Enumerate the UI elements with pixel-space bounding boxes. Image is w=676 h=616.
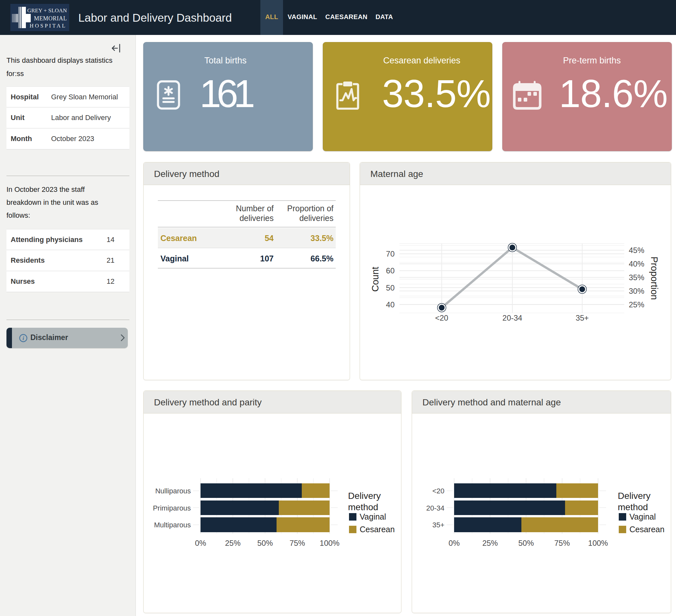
svg-text:0%: 0% <box>449 539 460 547</box>
svg-text:Delivery: Delivery <box>618 491 651 501</box>
svg-text:40%: 40% <box>629 260 644 268</box>
svg-text:100%: 100% <box>588 539 608 547</box>
svg-text:Cesarean: Cesarean <box>629 525 664 534</box>
svg-text:75%: 75% <box>554 539 570 547</box>
svg-text:method: method <box>618 502 648 512</box>
svg-text:HOSPITAL: HOSPITAL <box>30 23 67 29</box>
svg-text:35+: 35+ <box>576 314 589 322</box>
svg-text:25%: 25% <box>482 539 498 547</box>
svg-text:Vaginal: Vaginal <box>360 512 386 521</box>
svg-text:20-34: 20-34 <box>502 314 522 322</box>
svg-text:45%: 45% <box>629 246 644 255</box>
svg-text:25%: 25% <box>225 539 241 547</box>
svg-text:50: 50 <box>386 283 395 292</box>
svg-text:Vaginal: Vaginal <box>629 512 656 521</box>
svg-text:50%: 50% <box>518 539 534 547</box>
svg-text:0%: 0% <box>195 539 206 547</box>
svg-text:100%: 100% <box>320 539 339 547</box>
svg-text:i: i <box>23 335 24 341</box>
svg-text:30%: 30% <box>629 287 644 295</box>
svg-text:70: 70 <box>386 249 395 258</box>
svg-text:60: 60 <box>386 266 395 275</box>
svg-text:35+: 35+ <box>433 521 444 529</box>
svg-text:20-34: 20-34 <box>426 504 444 512</box>
svg-text:<20: <20 <box>433 487 444 495</box>
svg-text:Multiparous: Multiparous <box>154 521 191 529</box>
svg-text:40: 40 <box>386 300 395 309</box>
svg-text:25%: 25% <box>629 300 644 309</box>
svg-text:Count: Count <box>370 267 380 291</box>
svg-text:35%: 35% <box>629 273 644 282</box>
svg-text:75%: 75% <box>289 539 305 547</box>
svg-text:Nulliparous: Nulliparous <box>155 487 191 495</box>
svg-text:<20: <20 <box>435 314 448 322</box>
svg-text:Primiparous: Primiparous <box>153 504 191 512</box>
svg-text:GREY + SLOAN: GREY + SLOAN <box>27 7 67 14</box>
svg-text:MEMORIAL: MEMORIAL <box>34 15 67 22</box>
svg-text:Delivery: Delivery <box>348 491 381 501</box>
svg-text:50%: 50% <box>257 539 273 547</box>
svg-text:Proportion: Proportion <box>649 257 660 300</box>
svg-text:Cesarean: Cesarean <box>360 525 395 534</box>
svg-text:method: method <box>348 502 378 512</box>
